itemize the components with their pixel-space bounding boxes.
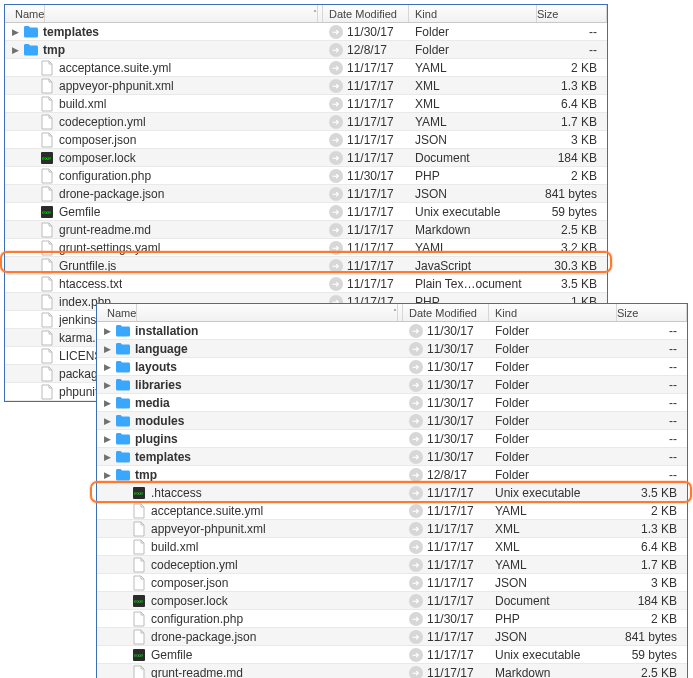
name-cell: ▶modules <box>97 412 403 430</box>
column-header-kind[interactable]: Kind <box>409 5 537 22</box>
size-cell: 3 KB <box>537 131 607 149</box>
kind-cell: Folder <box>409 41 537 59</box>
file-row[interactable]: exeGemfile➜11/17/17Unix executable59 byt… <box>97 646 687 664</box>
size-cell: 3.5 KB <box>617 484 687 502</box>
column-header-size[interactable]: Size <box>617 304 687 321</box>
exec-icon: exe <box>131 593 147 609</box>
file-name: codeception.yml <box>59 113 146 131</box>
sync-arrow-icon: ➜ <box>409 630 423 644</box>
date-cell: ➜11/30/17 <box>323 23 409 41</box>
file-row[interactable]: ▶libraries➜11/30/17Folder-- <box>97 376 687 394</box>
file-row[interactable]: Gruntfile.js➜11/17/17JavaScript30.3 KB <box>5 257 607 275</box>
name-cell: ▶plugins <box>97 430 403 448</box>
file-row[interactable]: ▶plugins➜11/30/17Folder-- <box>97 430 687 448</box>
disclosure-triangle-icon[interactable]: ▶ <box>97 394 115 412</box>
kind-cell: XML <box>489 520 617 538</box>
file-row[interactable]: appveyor-phpunit.xml➜11/17/17XML1.3 KB <box>5 77 607 95</box>
date-text: 11/17/17 <box>347 59 394 77</box>
file-row[interactable]: execomposer.lock➜11/17/17Document184 KB <box>5 149 607 167</box>
name-cell: build.xml <box>5 95 323 113</box>
file-row[interactable]: ▶tmp➜12/8/17Folder-- <box>97 466 687 484</box>
file-row[interactable]: htaccess.txt➜11/17/17Plain Tex…ocument3.… <box>5 275 607 293</box>
file-icon <box>131 539 147 555</box>
file-row[interactable]: codeception.yml➜11/17/17YAML1.7 KB <box>97 556 687 574</box>
disclosure-triangle-icon[interactable]: ▶ <box>97 412 115 430</box>
size-cell: 841 bytes <box>617 628 687 646</box>
file-row[interactable]: ▶media➜11/30/17Folder-- <box>97 394 687 412</box>
name-cell: drone-package.json <box>97 628 403 646</box>
disclosure-triangle-icon[interactable]: ▶ <box>97 448 115 466</box>
disclosure-triangle-icon[interactable]: ▶ <box>5 23 23 41</box>
date-text: 11/17/17 <box>347 77 394 95</box>
file-row[interactable]: acceptance.suite.yml➜11/17/17YAML2 KB <box>5 59 607 77</box>
file-row[interactable]: codeception.yml➜11/17/17YAML1.7 KB <box>5 113 607 131</box>
file-row[interactable]: ▶installation➜11/30/17Folder-- <box>97 322 687 340</box>
date-cell: ➜11/30/17 <box>403 610 489 628</box>
file-icon <box>131 629 147 645</box>
disclosure-triangle-icon[interactable]: ▶ <box>97 466 115 484</box>
size-cell: 2 KB <box>537 59 607 77</box>
sync-arrow-icon: ➜ <box>329 61 343 75</box>
column-header-size[interactable]: Size <box>537 5 607 22</box>
sync-arrow-icon: ➜ <box>329 277 343 291</box>
disclosure-triangle-icon[interactable]: ▶ <box>97 358 115 376</box>
file-row[interactable]: exe.htaccess➜11/17/17Unix executable3.5 … <box>97 484 687 502</box>
date-text: 11/17/17 <box>427 484 474 502</box>
file-row[interactable]: ▶tmp➜12/8/17Folder-- <box>5 41 607 59</box>
file-row[interactable]: grunt-settings.yaml➜11/17/17YAML3.2 KB <box>5 239 607 257</box>
file-row[interactable]: ▶language➜11/30/17Folder-- <box>97 340 687 358</box>
file-row[interactable]: build.xml➜11/17/17XML6.4 KB <box>5 95 607 113</box>
date-cell: ➜11/30/17 <box>403 376 489 394</box>
file-row[interactable]: execomposer.lock➜11/17/17Document184 KB <box>97 592 687 610</box>
file-icon <box>131 575 147 591</box>
disclosure-triangle-icon[interactable]: ▶ <box>97 430 115 448</box>
column-header-name[interactable]: Name ˄ <box>97 304 403 321</box>
date-cell: ➜11/17/17 <box>403 664 489 679</box>
column-header-date[interactable]: Date Modified <box>403 304 489 321</box>
file-row[interactable]: exeGemfile➜11/17/17Unix executable59 byt… <box>5 203 607 221</box>
file-row[interactable]: ▶layouts➜11/30/17Folder-- <box>97 358 687 376</box>
file-row[interactable]: ▶templates➜11/30/17Folder-- <box>97 448 687 466</box>
date-text: 11/17/17 <box>347 221 394 239</box>
date-cell: ➜11/17/17 <box>403 628 489 646</box>
date-text: 11/30/17 <box>427 430 474 448</box>
name-cell: ▶tmp <box>5 41 323 59</box>
disclosure-triangle-icon[interactable]: ▶ <box>97 340 115 358</box>
file-list-bottom: ▶installation➜11/30/17Folder--▶language➜… <box>97 322 687 678</box>
file-row[interactable]: grunt-readme.md➜11/17/17Markdown2.5 KB <box>5 221 607 239</box>
kind-cell: Folder <box>489 376 617 394</box>
kind-cell: Unix executable <box>409 203 537 221</box>
file-row[interactable]: configuration.php➜11/30/17PHP2 KB <box>5 167 607 185</box>
date-cell: ➜11/17/17 <box>323 113 409 131</box>
file-row[interactable]: configuration.php➜11/30/17PHP2 KB <box>97 610 687 628</box>
date-text: 11/30/17 <box>427 394 474 412</box>
folder-icon <box>115 413 131 429</box>
file-row[interactable]: composer.json➜11/17/17JSON3 KB <box>97 574 687 592</box>
file-row[interactable]: grunt-readme.md➜11/17/17Markdown2.5 KB <box>97 664 687 678</box>
file-icon <box>39 168 55 184</box>
file-row[interactable]: build.xml➜11/17/17XML6.4 KB <box>97 538 687 556</box>
date-cell: ➜11/30/17 <box>403 322 489 340</box>
svg-text:exe: exe <box>134 598 143 604</box>
date-text: 11/17/17 <box>427 646 474 664</box>
sync-arrow-icon: ➜ <box>409 396 423 410</box>
file-row[interactable]: drone-package.json➜11/17/17JSON841 bytes <box>97 628 687 646</box>
disclosure-triangle-icon[interactable]: ▶ <box>97 376 115 394</box>
file-name: grunt-readme.md <box>151 664 243 679</box>
file-row[interactable]: acceptance.suite.yml➜11/17/17YAML2 KB <box>97 502 687 520</box>
date-text: 11/30/17 <box>427 340 474 358</box>
file-row[interactable]: drone-package.json➜11/17/17JSON841 bytes <box>5 185 607 203</box>
date-cell: ➜11/17/17 <box>323 221 409 239</box>
disclosure-triangle-icon[interactable]: ▶ <box>5 41 23 59</box>
disclosure-triangle-icon[interactable]: ▶ <box>97 322 115 340</box>
file-row[interactable]: ▶modules➜11/30/17Folder-- <box>97 412 687 430</box>
file-name: htaccess.txt <box>59 275 122 293</box>
file-row[interactable]: composer.json➜11/17/17JSON3 KB <box>5 131 607 149</box>
kind-cell: Document <box>409 149 537 167</box>
file-row[interactable]: ▶templates➜11/30/17Folder-- <box>5 23 607 41</box>
column-header-kind[interactable]: Kind <box>489 304 617 321</box>
column-header-name[interactable]: Name ˄ <box>5 5 323 22</box>
column-header-date[interactable]: Date Modified <box>323 5 409 22</box>
file-row[interactable]: appveyor-phpunit.xml➜11/17/17XML1.3 KB <box>97 520 687 538</box>
size-cell: 3 KB <box>617 574 687 592</box>
